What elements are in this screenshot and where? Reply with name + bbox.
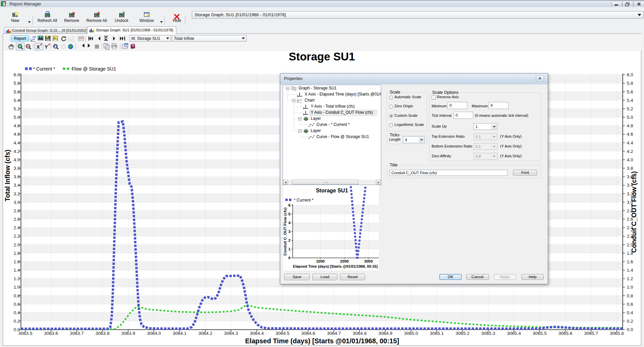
svg-text:1.6: 1.6 bbox=[627, 259, 633, 264]
svg-text:* Current *: * Current * bbox=[294, 198, 313, 203]
svg-text:3: 3 bbox=[288, 230, 290, 234]
svg-text:3065.7: 3065.7 bbox=[584, 331, 598, 336]
svg-text:3063.8: 3063.8 bbox=[96, 331, 109, 336]
svg-text:3.0: 3.0 bbox=[14, 200, 20, 205]
svg-text:1.8: 1.8 bbox=[14, 251, 20, 256]
svg-text:0.6: 0.6 bbox=[14, 302, 20, 307]
svg-text:Flow @ Storage SU1: Flow @ Storage SU1 bbox=[72, 66, 116, 72]
svg-text:2.6: 2.6 bbox=[14, 217, 20, 222]
svg-text:3.6: 3.6 bbox=[14, 174, 20, 179]
svg-text:5.6: 5.6 bbox=[14, 89, 20, 95]
svg-text:3064.1: 3064.1 bbox=[173, 331, 186, 336]
svg-text:3064.5: 3064.5 bbox=[276, 331, 289, 336]
svg-text:0.0: 0.0 bbox=[627, 327, 633, 332]
svg-text:1.0: 1.0 bbox=[14, 285, 20, 290]
svg-text:3065.0: 3065.0 bbox=[404, 331, 418, 336]
svg-text:5.2: 5.2 bbox=[14, 106, 20, 111]
svg-text:1.2: 1.2 bbox=[14, 276, 20, 281]
svg-text:0.4: 0.4 bbox=[627, 310, 633, 315]
svg-text:5: 5 bbox=[288, 212, 291, 216]
svg-text:3064.8: 3064.8 bbox=[353, 331, 366, 336]
svg-text:4.4: 4.4 bbox=[627, 140, 633, 145]
svg-text:5.8: 5.8 bbox=[14, 81, 20, 86]
svg-text:1000: 1000 bbox=[316, 259, 325, 263]
svg-text:1: 1 bbox=[288, 247, 291, 251]
svg-text:2.4: 2.4 bbox=[14, 225, 20, 230]
svg-text:1.2: 1.2 bbox=[627, 276, 633, 281]
svg-text:3.4: 3.4 bbox=[14, 183, 20, 188]
svg-text:3064.3: 3064.3 bbox=[224, 331, 238, 336]
svg-text:3065.5: 3065.5 bbox=[533, 331, 546, 336]
svg-text:2: 2 bbox=[288, 238, 290, 242]
svg-text:3064.6: 3064.6 bbox=[301, 331, 315, 336]
svg-text:0.4: 0.4 bbox=[14, 310, 20, 315]
svg-text:5.8: 5.8 bbox=[627, 81, 633, 86]
svg-text:5.2: 5.2 bbox=[627, 106, 633, 111]
svg-text:3064.7: 3064.7 bbox=[327, 331, 341, 336]
svg-text:4.2: 4.2 bbox=[14, 149, 20, 154]
svg-text:3064.0: 3064.0 bbox=[147, 331, 161, 336]
svg-text:1.4: 1.4 bbox=[627, 268, 633, 273]
svg-text:4.6: 4.6 bbox=[627, 132, 633, 137]
svg-text:1.0: 1.0 bbox=[627, 285, 633, 290]
svg-text:4: 4 bbox=[288, 221, 291, 225]
svg-text:3065.2: 3065.2 bbox=[456, 331, 469, 336]
svg-text:3065.8: 3065.8 bbox=[610, 331, 624, 336]
svg-text:Elapsed Time (days) [Starts @0: Elapsed Time (days) [Starts @01/01/1968,… bbox=[245, 337, 399, 345]
svg-text:Conduit C_OUT Flow (cfs): Conduit C_OUT Flow (cfs) bbox=[630, 171, 638, 253]
svg-text:0.8: 0.8 bbox=[627, 293, 633, 298]
svg-text:3063.7: 3063.7 bbox=[70, 331, 84, 336]
svg-text:2.8: 2.8 bbox=[14, 208, 20, 213]
svg-text:3063.5: 3063.5 bbox=[18, 331, 32, 336]
svg-text:1.6: 1.6 bbox=[14, 259, 20, 264]
svg-text:3063.6: 3063.6 bbox=[44, 331, 58, 336]
svg-text:4.8: 4.8 bbox=[627, 123, 633, 128]
svg-text:Storage SU1: Storage SU1 bbox=[289, 50, 355, 63]
svg-text:Storage SU1: Storage SU1 bbox=[316, 188, 348, 193]
svg-text:1.4: 1.4 bbox=[14, 268, 20, 273]
svg-text:3065.1: 3065.1 bbox=[430, 331, 444, 336]
svg-text:6: 6 bbox=[288, 203, 290, 207]
svg-text:3.8: 3.8 bbox=[627, 166, 633, 171]
svg-text:4.0: 4.0 bbox=[627, 157, 633, 162]
svg-text:3.8: 3.8 bbox=[14, 166, 20, 171]
svg-text:4.6: 4.6 bbox=[14, 132, 20, 137]
svg-text:* Current *: * Current * bbox=[33, 66, 55, 72]
svg-text:3065.6: 3065.6 bbox=[559, 331, 572, 336]
svg-text:2.0: 2.0 bbox=[14, 242, 20, 247]
svg-text:0.8: 0.8 bbox=[14, 293, 20, 298]
svg-text:6.0: 6.0 bbox=[627, 72, 633, 77]
svg-text:2.2: 2.2 bbox=[14, 234, 20, 239]
svg-text:4.0: 4.0 bbox=[14, 157, 20, 162]
svg-text:5.4: 5.4 bbox=[627, 98, 633, 103]
svg-text:3.2: 3.2 bbox=[14, 191, 20, 196]
svg-text:5.0: 5.0 bbox=[14, 115, 20, 120]
svg-text:5.0: 5.0 bbox=[627, 115, 633, 120]
svg-text:5.4: 5.4 bbox=[14, 98, 20, 103]
svg-text:Total Inflow (cfs): Total Inflow (cfs) bbox=[4, 150, 11, 201]
svg-text:0: 0 bbox=[288, 256, 290, 260]
svg-text:3064.9: 3064.9 bbox=[378, 331, 392, 336]
svg-text:3065.3: 3065.3 bbox=[481, 331, 495, 336]
svg-text:4.8: 4.8 bbox=[14, 123, 20, 128]
svg-text:3065.4: 3065.4 bbox=[507, 331, 521, 336]
svg-text:6.0: 6.0 bbox=[14, 72, 20, 77]
svg-text:2000: 2000 bbox=[340, 259, 349, 263]
svg-text:3063.9: 3063.9 bbox=[121, 331, 135, 336]
svg-text:4.4: 4.4 bbox=[14, 140, 20, 145]
svg-text:4.2: 4.2 bbox=[627, 149, 633, 154]
svg-text:Conduit C_OUT Flow (cfs): Conduit C_OUT Flow (cfs) bbox=[283, 208, 287, 256]
svg-text:3064.4: 3064.4 bbox=[250, 331, 264, 336]
svg-text:0.6: 0.6 bbox=[627, 302, 633, 307]
svg-text:Elapsed Time (days) [Starts @0: Elapsed Time (days) [Starts @01/01/1968,… bbox=[293, 264, 378, 268]
svg-text:0.2: 0.2 bbox=[14, 319, 20, 324]
svg-text:5.6: 5.6 bbox=[627, 89, 633, 95]
svg-text:3000: 3000 bbox=[364, 259, 373, 263]
svg-text:3064.2: 3064.2 bbox=[198, 331, 212, 336]
svg-text:0.2: 0.2 bbox=[627, 319, 633, 324]
